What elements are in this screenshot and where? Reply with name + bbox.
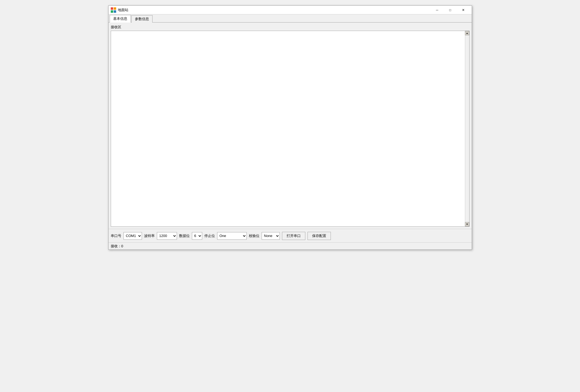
- maximize-button[interactable]: □: [444, 6, 457, 14]
- tab-basic[interactable]: 基本信息: [110, 15, 131, 23]
- stopbits-label: 停止位: [204, 233, 215, 238]
- close-button[interactable]: ✕: [457, 6, 470, 14]
- open-port-button[interactable]: 打开串口: [282, 232, 305, 240]
- databits-select[interactable]: 5 6 7 8: [192, 232, 202, 240]
- main-window: 地面站 ─ □ ✕ 基本信息 参数信息 接收区 ▲ ▼ 串口号 COM1 COM…: [108, 5, 472, 250]
- window-title: 地面站: [118, 8, 128, 12]
- port-label: 串口号: [111, 233, 121, 238]
- scroll-up-arrow[interactable]: ▲: [465, 31, 469, 35]
- titlebar-controls: ─ □ ✕: [431, 6, 470, 14]
- menubar: 基本信息 参数信息: [109, 14, 472, 23]
- scrollbar-track[interactable]: ▲ ▼: [465, 31, 469, 226]
- databits-label: 数据位: [179, 233, 190, 238]
- scroll-thumb-area[interactable]: [465, 35, 469, 222]
- parity-label: 校验位: [249, 233, 259, 238]
- receive-area-wrapper: ▲ ▼: [111, 31, 470, 227]
- svg-rect-0: [111, 7, 113, 10]
- parity-select[interactable]: None Odd Even Mark Space: [262, 232, 280, 240]
- titlebar-left: 地面站: [111, 7, 128, 13]
- receive-count: 0: [121, 244, 123, 248]
- port-select[interactable]: COM1 COM2 COM3 COM4: [123, 232, 142, 240]
- svg-rect-1: [114, 7, 116, 10]
- receive-section-label: 接收区: [111, 25, 470, 30]
- receive-textarea[interactable]: [111, 31, 469, 226]
- receive-status-label: 接收：: [111, 244, 121, 249]
- minimize-button[interactable]: ─: [431, 6, 443, 14]
- svg-rect-3: [114, 10, 116, 13]
- scroll-down-arrow[interactable]: ▼: [465, 222, 469, 226]
- titlebar: 地面站 ─ □ ✕: [109, 6, 472, 14]
- save-config-button[interactable]: 保存配置: [308, 232, 331, 240]
- tab-params[interactable]: 参数信息: [131, 15, 153, 23]
- stopbits-select[interactable]: One Two OnePointFive: [217, 232, 247, 240]
- baud-label: 波特率: [144, 233, 155, 238]
- statusbar: 接收： 0: [109, 242, 472, 249]
- app-icon: [111, 7, 116, 13]
- main-content: 接收区 ▲ ▼: [109, 23, 472, 229]
- controls-bar: 串口号 COM1 COM2 COM3 COM4 波特率 1200 2400 48…: [109, 229, 472, 242]
- baud-select[interactable]: 1200 2400 4800 9600 19200 38400 57600 11…: [157, 232, 177, 240]
- svg-rect-2: [111, 10, 113, 13]
